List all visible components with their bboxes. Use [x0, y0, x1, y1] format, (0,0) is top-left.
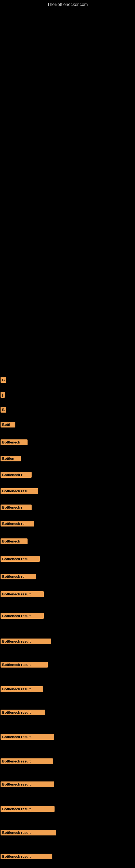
bottleneck-item-21: Bottleneck result	[1, 758, 53, 764]
bottleneck-label-8: Bottleneck resu	[1, 488, 38, 494]
bottleneck-item-9: Bottleneck r	[1, 504, 32, 510]
bottleneck-item-12: Bottleneck resu	[1, 556, 40, 562]
bottleneck-label-11: Bottleneck	[1, 538, 28, 544]
bottleneck-label-5: Bottleneck	[1, 439, 28, 445]
bottleneck-item-11: Bottleneck	[1, 538, 28, 544]
bottleneck-label-2: |	[1, 392, 5, 398]
bottleneck-item-6: Bottlen	[1, 456, 21, 461]
bottleneck-item-19: Bottleneck result	[1, 710, 45, 715]
bottleneck-label-13: Bottleneck re	[1, 574, 36, 579]
bottleneck-label-7: Bottleneck r	[1, 472, 32, 478]
bottleneck-item-5: Bottleneck	[1, 439, 28, 445]
bottleneck-item-22: Bottleneck result	[1, 781, 54, 787]
bottleneck-label-15: Bottleneck result	[1, 613, 44, 619]
bottleneck-item-3: B	[1, 407, 6, 412]
bottleneck-item-23: Bottleneck result	[1, 806, 54, 812]
bottleneck-label-20: Bottleneck result	[1, 734, 54, 740]
bottleneck-item-16: Bottleneck result	[1, 639, 51, 644]
bottleneck-label-22: Bottleneck result	[1, 781, 54, 787]
bottleneck-label-25: Bottleneck result	[1, 854, 52, 859]
bottleneck-label-12: Bottleneck resu	[1, 556, 40, 562]
bottleneck-label-14: Bottleneck result	[1, 591, 44, 597]
bottleneck-item-14: Bottleneck result	[1, 591, 44, 597]
bottleneck-label-23: Bottleneck result	[1, 806, 54, 812]
bottleneck-label-19: Bottleneck result	[1, 710, 45, 715]
bottleneck-label-3: B	[1, 407, 6, 412]
bottleneck-item-10: Bottleneck re	[1, 521, 34, 527]
bottleneck-item-13: Bottleneck re	[1, 574, 36, 579]
bottleneck-label-10: Bottleneck re	[1, 521, 34, 527]
bottleneck-label-4: Bottl	[1, 422, 15, 428]
bottleneck-item-8: Bottleneck resu	[1, 488, 38, 494]
site-title: TheBottlenecker.com	[0, 0, 135, 7]
bottleneck-item-4: Bottl	[1, 422, 15, 428]
bottleneck-item-7: Bottleneck r	[1, 472, 32, 478]
bottleneck-item-25: Bottleneck result	[1, 854, 52, 859]
bottleneck-label-1: B	[1, 377, 6, 383]
bottleneck-label-21: Bottleneck result	[1, 758, 53, 764]
bottleneck-label-18: Bottleneck result	[1, 686, 43, 692]
bottleneck-item-2: |	[1, 392, 5, 398]
bottleneck-item-17: Bottleneck result	[1, 662, 48, 668]
bottleneck-label-9: Bottleneck r	[1, 504, 32, 510]
bottleneck-item-24: Bottleneck result	[1, 830, 56, 835]
bottleneck-item-1: B	[1, 377, 6, 383]
bottleneck-label-17: Bottleneck result	[1, 662, 48, 668]
bottleneck-item-18: Bottleneck result	[1, 686, 43, 692]
bottleneck-label-6: Bottlen	[1, 456, 21, 461]
bottleneck-label-16: Bottleneck result	[1, 639, 51, 644]
bottleneck-label-24: Bottleneck result	[1, 830, 56, 835]
bottleneck-item-20: Bottleneck result	[1, 734, 54, 740]
bottleneck-item-15: Bottleneck result	[1, 613, 44, 619]
